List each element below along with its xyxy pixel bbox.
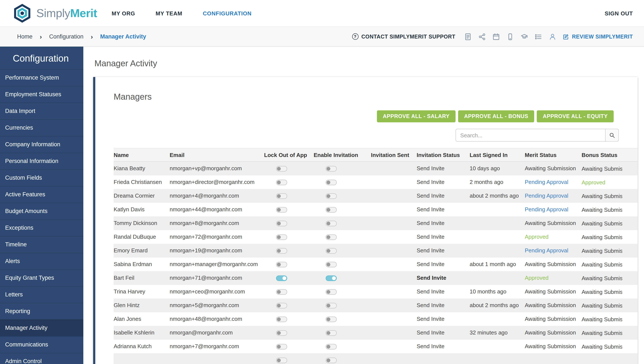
enable-invitation-toggle[interactable] bbox=[326, 193, 337, 199]
merit-status[interactable]: Awaiting Submission bbox=[525, 343, 576, 349]
edit-icon bbox=[562, 33, 569, 40]
enable-invitation-toggle[interactable] bbox=[326, 262, 337, 267]
send-invite-action[interactable]: Send Invite bbox=[417, 343, 444, 349]
send-invite-action[interactable]: Send Invite bbox=[417, 261, 444, 267]
merit-status[interactable]: Awaiting Submission bbox=[525, 220, 576, 226]
enable-invitation-toggle[interactable] bbox=[326, 234, 337, 240]
search-button[interactable] bbox=[605, 129, 619, 142]
graduation-cap-icon[interactable] bbox=[520, 33, 528, 41]
merit-status[interactable]: Pending Approval bbox=[525, 192, 568, 199]
lock-out-toggle[interactable] bbox=[276, 357, 287, 363]
logo[interactable]: SimplyMerit bbox=[13, 4, 97, 23]
sidebar-item[interactable]: Alerts bbox=[0, 253, 83, 269]
sidebar-item[interactable]: Timeline bbox=[0, 236, 83, 253]
top-nav-item[interactable]: CONFIGURATION bbox=[203, 10, 252, 17]
merit-status[interactable]: Awaiting Submission bbox=[525, 288, 576, 295]
sidebar-item[interactable]: Active Features bbox=[0, 186, 83, 203]
lock-out-toggle[interactable] bbox=[276, 303, 287, 308]
review-simplymerit-link[interactable]: REVIEW SIMPLYMERIT bbox=[562, 33, 633, 40]
sidebar-item[interactable]: Personal Information bbox=[0, 153, 83, 169]
breadcrumb-configuration[interactable]: Configuration bbox=[49, 33, 84, 40]
lock-out-toggle[interactable] bbox=[276, 275, 287, 281]
sidebar-item[interactable]: Communications bbox=[0, 336, 83, 353]
send-invite-action[interactable]: Send Invite bbox=[417, 275, 446, 281]
send-invite-action[interactable]: Send Invite bbox=[417, 302, 444, 308]
sidebar-item[interactable]: Performance System bbox=[0, 69, 83, 86]
merit-status[interactable]: Pending Approval bbox=[525, 247, 568, 254]
merit-status[interactable]: Awaiting Submission bbox=[525, 302, 576, 308]
sidebar-item[interactable]: Equity Grant Types bbox=[0, 269, 83, 286]
merit-status[interactable]: Pending Approval bbox=[525, 206, 568, 213]
lock-out-toggle[interactable] bbox=[276, 180, 287, 185]
sidebar-item[interactable]: Budget Amounts bbox=[0, 203, 83, 219]
send-invite-action[interactable]: Send Invite bbox=[417, 234, 444, 240]
manager-row: Kiana Beatty nmorgan+vp@morganhr.com Sen… bbox=[114, 161, 638, 175]
enable-invitation-toggle[interactable] bbox=[326, 344, 337, 349]
send-invite-action[interactable]: Send Invite bbox=[417, 206, 444, 213]
send-invite-action[interactable]: Send Invite bbox=[417, 165, 444, 172]
enable-invitation-toggle[interactable] bbox=[326, 303, 337, 308]
breadcrumb-home[interactable]: Home bbox=[17, 33, 32, 40]
lock-out-toggle[interactable] bbox=[276, 262, 287, 267]
merit-status[interactable]: Approved bbox=[525, 234, 548, 240]
lock-out-toggle[interactable] bbox=[276, 234, 287, 240]
lock-out-toggle[interactable] bbox=[276, 289, 287, 295]
sidebar-item[interactable]: Custom Fields bbox=[0, 169, 83, 186]
send-invite-action[interactable]: Send Invite bbox=[417, 288, 444, 295]
enable-invitation-toggle[interactable] bbox=[326, 221, 337, 226]
enable-invitation-toggle[interactable] bbox=[326, 180, 337, 185]
approve-all-button[interactable]: APPROVE ALL - BONUS bbox=[458, 110, 534, 122]
lock-out-toggle[interactable] bbox=[276, 316, 287, 322]
merit-status[interactable]: Awaiting Submission bbox=[525, 165, 576, 172]
sidebar-item[interactable]: Employment Statuses bbox=[0, 86, 83, 103]
lock-out-toggle[interactable] bbox=[276, 207, 287, 213]
sidebar-item[interactable]: Exceptions bbox=[0, 219, 83, 236]
enable-invitation-toggle[interactable] bbox=[326, 248, 337, 254]
lock-out-toggle[interactable] bbox=[276, 166, 287, 172]
sidebar-item[interactable]: Data Import bbox=[0, 103, 83, 119]
contact-support-link[interactable]: ? CONTACT SIMPLYMERIT SUPPORT bbox=[352, 33, 455, 40]
enable-invitation-toggle[interactable] bbox=[326, 166, 337, 172]
merit-status[interactable]: Awaiting Submission bbox=[525, 329, 576, 336]
merit-status[interactable]: Awaiting Submission bbox=[525, 316, 576, 322]
send-invite-action[interactable]: Send Invite bbox=[417, 316, 444, 322]
sign-out-button[interactable]: SIGN OUT bbox=[605, 10, 633, 17]
enable-invitation-toggle[interactable] bbox=[326, 330, 337, 336]
lock-out-toggle[interactable] bbox=[276, 248, 287, 254]
list-icon[interactable] bbox=[534, 33, 542, 41]
send-invite-action[interactable]: Send Invite bbox=[417, 329, 444, 336]
approve-all-button[interactable]: APPROVE ALL - EQUITY bbox=[537, 110, 614, 122]
lock-out-toggle[interactable] bbox=[276, 193, 287, 199]
merit-status[interactable]: Pending Approval bbox=[525, 179, 568, 185]
top-nav-item[interactable]: MY ORG bbox=[112, 10, 135, 17]
enable-invitation-toggle[interactable] bbox=[326, 207, 337, 213]
enable-invitation-toggle[interactable] bbox=[326, 289, 337, 295]
enable-invitation-toggle[interactable] bbox=[326, 357, 337, 363]
send-invite-action[interactable]: Send Invite bbox=[417, 192, 444, 199]
send-invite-action[interactable]: Send Invite bbox=[417, 179, 444, 185]
mobile-icon[interactable] bbox=[506, 33, 514, 41]
top-nav-item[interactable]: MY TEAM bbox=[156, 10, 182, 17]
search-bar bbox=[114, 129, 619, 142]
calendar-icon[interactable] bbox=[492, 33, 500, 41]
sidebar-item[interactable]: Currencies bbox=[0, 119, 83, 136]
sidebar-item[interactable]: Letters bbox=[0, 286, 83, 303]
share-icon[interactable] bbox=[478, 33, 486, 41]
merit-status[interactable]: Awaiting Submission bbox=[525, 261, 576, 267]
merit-status[interactable]: Approved bbox=[525, 275, 548, 281]
sidebar-item[interactable]: Admin Control bbox=[0, 353, 83, 364]
lock-out-toggle[interactable] bbox=[276, 344, 287, 349]
lock-out-toggle[interactable] bbox=[276, 221, 287, 226]
person-icon[interactable] bbox=[548, 33, 556, 41]
lock-out-toggle[interactable] bbox=[276, 330, 287, 336]
search-input[interactable] bbox=[456, 129, 605, 142]
sidebar-item[interactable]: Reporting bbox=[0, 303, 83, 319]
send-invite-action[interactable]: Send Invite bbox=[417, 220, 444, 226]
enable-invitation-toggle[interactable] bbox=[326, 316, 337, 322]
sidebar-item[interactable]: Company Information bbox=[0, 136, 83, 153]
send-invite-action[interactable]: Send Invite bbox=[417, 247, 444, 254]
approve-all-button[interactable]: APPROVE ALL - SALARY bbox=[377, 110, 456, 122]
enable-invitation-toggle[interactable] bbox=[326, 275, 337, 281]
sidebar-item[interactable]: Manager Activity bbox=[0, 319, 83, 336]
form-icon[interactable] bbox=[464, 33, 472, 41]
